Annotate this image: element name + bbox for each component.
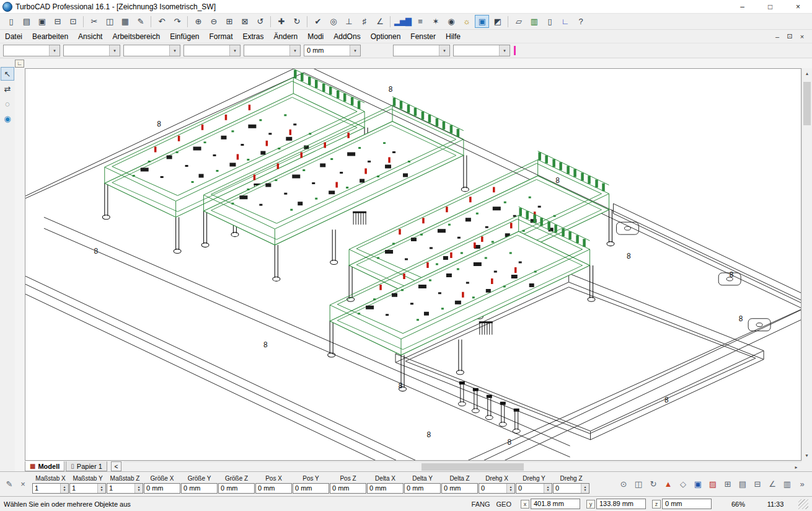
resize-grip-icon[interactable] xyxy=(798,499,808,509)
measure-angle-button[interactable]: ∠ xyxy=(765,478,780,491)
angle-button[interactable]: ∠ xyxy=(373,15,387,28)
vertical-scrollbar[interactable]: ▴ xyxy=(801,68,812,461)
zoom-in-button[interactable]: ⊕ xyxy=(191,15,205,28)
chevron-down-icon[interactable] xyxy=(49,45,60,56)
field-input-drehg-y[interactable]: 0▴▾ xyxy=(516,483,552,494)
close-button[interactable]: × xyxy=(784,0,812,13)
vertical-scroll-thumb[interactable] xyxy=(803,82,811,125)
property-combo-7[interactable] xyxy=(393,45,450,56)
drawing-viewport[interactable]: 888888888888 xyxy=(25,68,801,461)
transform-tool-button[interactable]: ⇄ xyxy=(1,82,14,96)
light-button[interactable]: ☼ xyxy=(459,15,474,28)
spinner-icon[interactable]: ▴▾ xyxy=(97,484,105,493)
merge-cells-button[interactable]: ⊟ xyxy=(750,478,765,491)
chevron-down-icon[interactable] xyxy=(109,45,120,56)
save-button[interactable]: ▣ xyxy=(35,15,49,28)
new-window-button[interactable]: ▱ xyxy=(511,15,526,28)
snap-button[interactable]: ◎ xyxy=(326,15,340,28)
menu-arbeitsbereich[interactable]: Arbeitsbereich xyxy=(107,31,165,42)
spinner-icon[interactable]: ▴▾ xyxy=(135,484,143,493)
field-input-groesse-z[interactable]: 0 mm xyxy=(218,483,255,494)
scroll-up-icon[interactable]: ▴ xyxy=(802,68,812,79)
menu-format[interactable]: Format xyxy=(205,31,238,42)
print-preview-button[interactable]: ⊡ xyxy=(66,15,80,28)
sketch-tool-button[interactable]: ◌ xyxy=(1,97,14,110)
stack-button[interactable]: ▥ xyxy=(780,478,795,491)
hatch-button[interactable]: ▨ xyxy=(705,478,720,491)
cut-button[interactable]: ✂ xyxy=(87,15,101,28)
tab-modell[interactable]: ▦Modell xyxy=(25,461,64,471)
ortho-button[interactable]: ⊥ xyxy=(342,15,356,28)
menu-optionen[interactable]: Optionen xyxy=(366,31,406,42)
ruler-origin-button[interactable]: ∟ xyxy=(15,60,24,68)
more-options-button[interactable]: » xyxy=(795,478,810,491)
select-arrow-button[interactable]: ↖ xyxy=(1,67,14,81)
histogram-button[interactable]: ▂▅▇ xyxy=(394,15,412,28)
spinner-icon[interactable]: ▴▾ xyxy=(506,484,514,493)
warning-button[interactable]: ▲ xyxy=(661,478,676,491)
property-combo-8[interactable] xyxy=(453,45,510,56)
spinner-icon[interactable]: ▴▾ xyxy=(581,484,589,493)
menu-bearbeiten[interactable]: Bearbeiten xyxy=(27,31,73,42)
field-input-massstab-z[interactable]: 1▴▾ xyxy=(107,483,143,494)
property-combo-4[interactable] xyxy=(183,45,241,56)
field-input-pos-y[interactable]: 0 mm xyxy=(293,483,329,494)
mdi-minimize-button[interactable]: – xyxy=(771,33,783,40)
coord-x-field[interactable]: 401.8 mm xyxy=(531,499,580,509)
redraw-button[interactable]: ↻ xyxy=(289,15,304,28)
layers-button[interactable]: ≡ xyxy=(413,15,427,28)
property-combo-2[interactable] xyxy=(63,45,120,56)
cell-grid-button[interactable]: ⊞ xyxy=(720,478,735,491)
paste-button[interactable]: ▦ xyxy=(118,15,132,28)
coord-z-field[interactable]: 0 mm xyxy=(662,499,712,509)
cad-drawing[interactable]: 888888888888 xyxy=(25,69,801,460)
redo-button[interactable]: ↷ xyxy=(170,15,184,28)
toggle-geo[interactable]: GEO xyxy=(496,500,511,508)
scroll-down-icon[interactable]: ▾ xyxy=(801,450,812,461)
grid-button[interactable]: ♯ xyxy=(357,15,371,28)
new-button[interactable]: ▯ xyxy=(4,15,18,28)
menu-extras[interactable]: Extras xyxy=(238,31,269,42)
context-help-button[interactable]: ? xyxy=(573,15,588,28)
insert-part-button[interactable]: ✶ xyxy=(428,15,443,28)
snap-toggle-button[interactable]: ⊙ xyxy=(616,478,631,491)
chevron-down-icon[interactable] xyxy=(289,45,300,56)
field-input-delta-z[interactable]: 0 mm xyxy=(441,483,478,494)
camera-button[interactable]: ◉ xyxy=(444,15,458,28)
field-input-pos-z[interactable]: 0 mm xyxy=(330,483,366,494)
field-input-delta-y[interactable]: 0 mm xyxy=(404,483,441,494)
open-button[interactable]: ▤ xyxy=(19,15,33,28)
field-input-delta-x[interactable]: 0 mm xyxy=(367,483,404,494)
field-input-groesse-y[interactable]: 0 mm xyxy=(181,483,218,494)
table-button[interactable]: ▤ xyxy=(735,478,750,491)
pan-button[interactable]: ✚ xyxy=(274,15,288,28)
properties-grid-button[interactable]: ▣ xyxy=(691,478,705,491)
chevron-down-icon[interactable] xyxy=(169,45,180,56)
menu-ansicht[interactable]: Ansicht xyxy=(73,31,107,42)
menu-hilfe[interactable]: Hilfe xyxy=(441,31,466,42)
property-combo-1[interactable] xyxy=(3,45,60,56)
field-input-massstab-y[interactable]: 1▴▾ xyxy=(69,483,106,494)
chevron-down-icon[interactable] xyxy=(439,45,449,56)
menu-modi[interactable]: Modi xyxy=(302,31,329,42)
field-input-pos-x[interactable]: 0 mm xyxy=(255,483,292,494)
mdi-close-button[interactable]: × xyxy=(796,33,808,40)
menu-einfuegen[interactable]: Einfügen xyxy=(165,31,204,42)
render-mode-button[interactable]: ▣ xyxy=(475,15,489,28)
field-input-drehg-x[interactable]: 0▴▾ xyxy=(479,483,515,494)
selection-pen-button[interactable]: ✎ xyxy=(2,478,16,491)
world-view-button[interactable]: ◉ xyxy=(1,112,14,125)
menu-datei[interactable]: Datei xyxy=(0,31,27,42)
coord-y-field[interactable]: 133.89 mm xyxy=(596,499,646,509)
deselect-button[interactable]: × xyxy=(16,478,30,491)
field-input-drehg-z[interactable]: 0▴▾ xyxy=(553,483,589,494)
chevron-down-icon[interactable] xyxy=(350,45,360,56)
format-painter-button[interactable]: ✎ xyxy=(133,15,148,28)
print-button[interactable]: ⊟ xyxy=(50,15,64,28)
ucs-button[interactable]: ∟ xyxy=(558,15,572,28)
materials-button[interactable]: ◩ xyxy=(490,15,505,28)
tab-scroll-left-button[interactable]: < xyxy=(111,461,121,471)
zoom-window-button[interactable]: ⊞ xyxy=(222,15,236,28)
property-combo-3[interactable] xyxy=(123,45,180,56)
spinner-icon[interactable]: ▴▾ xyxy=(544,484,552,493)
